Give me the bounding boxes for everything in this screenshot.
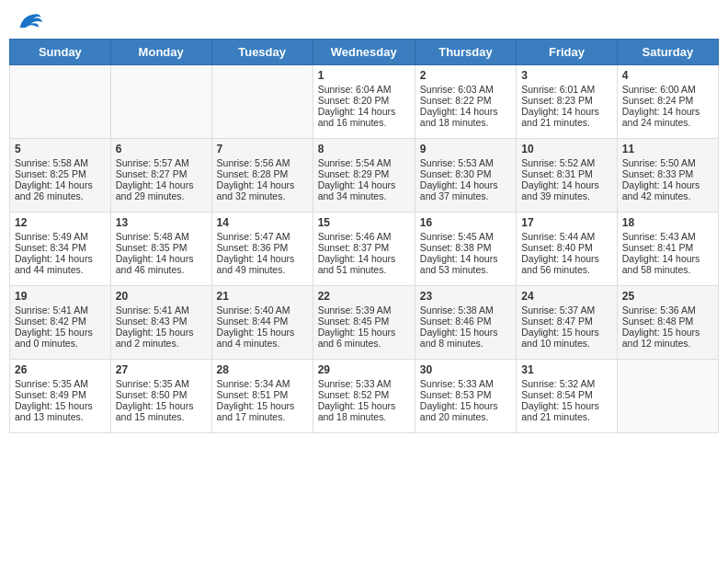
daylight-text: Daylight: 15 hours and 15 minutes. (116, 400, 207, 422)
calendar-cell: 23Sunrise: 5:38 AMSunset: 8:46 PMDayligh… (415, 286, 516, 360)
calendar-cell: 11Sunrise: 5:50 AMSunset: 8:33 PMDayligh… (617, 139, 718, 213)
day-number: 25 (622, 290, 713, 303)
calendar-cell: 25Sunrise: 5:36 AMSunset: 8:48 PMDayligh… (617, 286, 718, 360)
day-number: 12 (15, 216, 106, 229)
day-number: 7 (217, 143, 308, 155)
daylight-text: Daylight: 15 hours and 18 minutes. (318, 400, 410, 422)
sunrise-text: Sunrise: 5:53 AM (420, 157, 511, 168)
day-number: 4 (622, 69, 713, 82)
calendar-cell: 27Sunrise: 5:35 AMSunset: 8:50 PMDayligh… (110, 360, 211, 433)
sunset-text: Sunset: 8:46 PM (420, 316, 511, 327)
calendar-table: SundayMondayTuesdayWednesdayThursdayFrid… (9, 39, 719, 433)
calendar-cell: 14Sunrise: 5:47 AMSunset: 8:36 PMDayligh… (211, 213, 313, 286)
calendar-cell: 8Sunrise: 5:54 AMSunset: 8:29 PMDaylight… (313, 139, 415, 213)
sunrise-text: Sunrise: 5:35 AM (15, 378, 106, 389)
sunrise-text: Sunrise: 5:33 AM (420, 378, 511, 389)
sunrise-text: Sunrise: 5:45 AM (420, 231, 511, 242)
sunset-text: Sunset: 8:52 PM (318, 389, 410, 400)
calendar-cell (110, 65, 211, 139)
logo-bird-icon (17, 9, 42, 31)
day-header-friday: Friday (517, 40, 618, 65)
calendar-cell (617, 360, 718, 433)
sunset-text: Sunset: 8:22 PM (420, 95, 511, 106)
daylight-text: Daylight: 14 hours and 53 minutes. (420, 253, 511, 275)
sunrise-text: Sunrise: 5:56 AM (217, 157, 308, 168)
sunrise-text: Sunrise: 5:54 AM (318, 157, 410, 168)
sunrise-text: Sunrise: 5:48 AM (116, 231, 207, 242)
calendar-cell: 29Sunrise: 5:33 AMSunset: 8:52 PMDayligh… (313, 360, 415, 433)
sunrise-text: Sunrise: 5:33 AM (318, 378, 410, 389)
day-header-sunday: Sunday (10, 40, 111, 65)
sunrise-text: Sunrise: 5:57 AM (116, 157, 207, 168)
calendar-week-row: 19Sunrise: 5:41 AMSunset: 8:42 PMDayligh… (10, 286, 719, 360)
logo (13, 9, 42, 31)
sunrise-text: Sunrise: 5:38 AM (420, 304, 511, 316)
daylight-text: Daylight: 15 hours and 20 minutes. (420, 400, 511, 422)
sunrise-text: Sunrise: 5:41 AM (116, 304, 207, 316)
daylight-text: Daylight: 14 hours and 44 minutes. (15, 253, 106, 275)
calendar-cell: 22Sunrise: 5:39 AMSunset: 8:45 PMDayligh… (313, 286, 415, 360)
sunset-text: Sunset: 8:31 PM (521, 168, 612, 179)
sunset-text: Sunset: 8:44 PM (217, 316, 308, 327)
day-number: 28 (217, 363, 308, 376)
sunset-text: Sunset: 8:43 PM (116, 316, 207, 327)
sunset-text: Sunset: 8:48 PM (622, 316, 713, 327)
calendar-cell: 18Sunrise: 5:43 AMSunset: 8:41 PMDayligh… (617, 213, 718, 286)
daylight-text: Daylight: 14 hours and 32 minutes. (217, 179, 308, 201)
calendar-week-row: 5Sunrise: 5:58 AMSunset: 8:25 PMDaylight… (10, 139, 719, 213)
day-number: 30 (420, 363, 511, 376)
calendar-cell: 19Sunrise: 5:41 AMSunset: 8:42 PMDayligh… (10, 286, 111, 360)
sunrise-text: Sunrise: 5:49 AM (15, 231, 106, 242)
day-header-wednesday: Wednesday (313, 40, 415, 65)
daylight-text: Daylight: 15 hours and 10 minutes. (521, 327, 612, 349)
sunrise-text: Sunrise: 5:46 AM (318, 231, 410, 242)
day-number: 10 (521, 143, 612, 155)
sunrise-text: Sunrise: 5:34 AM (217, 378, 308, 389)
sunrise-text: Sunrise: 6:00 AM (622, 84, 713, 95)
sunset-text: Sunset: 8:40 PM (521, 242, 612, 253)
sunrise-text: Sunrise: 5:32 AM (521, 378, 612, 389)
sunset-text: Sunset: 8:28 PM (217, 168, 308, 179)
day-number: 5 (15, 143, 106, 155)
day-number: 20 (116, 290, 207, 303)
calendar-cell: 30Sunrise: 5:33 AMSunset: 8:53 PMDayligh… (415, 360, 516, 433)
calendar-cell: 13Sunrise: 5:48 AMSunset: 8:35 PMDayligh… (110, 213, 211, 286)
daylight-text: Daylight: 15 hours and 21 minutes. (521, 400, 612, 422)
daylight-text: Daylight: 14 hours and 16 minutes. (318, 106, 410, 128)
sunset-text: Sunset: 8:25 PM (15, 168, 106, 179)
sunset-text: Sunset: 8:42 PM (15, 316, 106, 327)
day-number: 19 (15, 290, 106, 303)
calendar-cell: 6Sunrise: 5:57 AMSunset: 8:27 PMDaylight… (110, 139, 211, 213)
daylight-text: Daylight: 15 hours and 6 minutes. (318, 327, 410, 349)
sunset-text: Sunset: 8:30 PM (420, 168, 511, 179)
day-number: 15 (318, 216, 410, 229)
day-number: 11 (622, 143, 713, 155)
daylight-text: Daylight: 14 hours and 18 minutes. (420, 106, 511, 128)
sunset-text: Sunset: 8:33 PM (622, 168, 713, 179)
sunset-text: Sunset: 8:27 PM (116, 168, 207, 179)
sunset-text: Sunset: 8:38 PM (420, 242, 511, 253)
day-number: 27 (116, 363, 207, 376)
calendar-cell: 24Sunrise: 5:37 AMSunset: 8:47 PMDayligh… (517, 286, 618, 360)
page-header (9, 9, 719, 31)
sunrise-text: Sunrise: 6:04 AM (318, 84, 410, 95)
day-number: 23 (420, 290, 511, 303)
daylight-text: Daylight: 14 hours and 37 minutes. (420, 179, 511, 201)
day-number: 6 (116, 143, 207, 155)
sunrise-text: Sunrise: 6:01 AM (521, 84, 612, 95)
calendar-cell: 4Sunrise: 6:00 AMSunset: 8:24 PMDaylight… (617, 65, 718, 139)
calendar-cell: 2Sunrise: 6:03 AMSunset: 8:22 PMDaylight… (415, 65, 516, 139)
sunset-text: Sunset: 8:47 PM (521, 316, 612, 327)
calendar-cell: 26Sunrise: 5:35 AMSunset: 8:49 PMDayligh… (10, 360, 111, 433)
day-number: 1 (318, 69, 410, 82)
calendar-cell: 20Sunrise: 5:41 AMSunset: 8:43 PMDayligh… (110, 286, 211, 360)
sunset-text: Sunset: 8:50 PM (116, 389, 207, 400)
sunrise-text: Sunrise: 5:47 AM (217, 231, 308, 242)
calendar-cell: 12Sunrise: 5:49 AMSunset: 8:34 PMDayligh… (10, 213, 111, 286)
sunset-text: Sunset: 8:35 PM (116, 242, 207, 253)
calendar-cell: 16Sunrise: 5:45 AMSunset: 8:38 PMDayligh… (415, 213, 516, 286)
daylight-text: Daylight: 14 hours and 51 minutes. (318, 253, 410, 275)
day-number: 18 (622, 216, 713, 229)
day-number: 22 (318, 290, 410, 303)
calendar-cell: 17Sunrise: 5:44 AMSunset: 8:40 PMDayligh… (517, 213, 618, 286)
